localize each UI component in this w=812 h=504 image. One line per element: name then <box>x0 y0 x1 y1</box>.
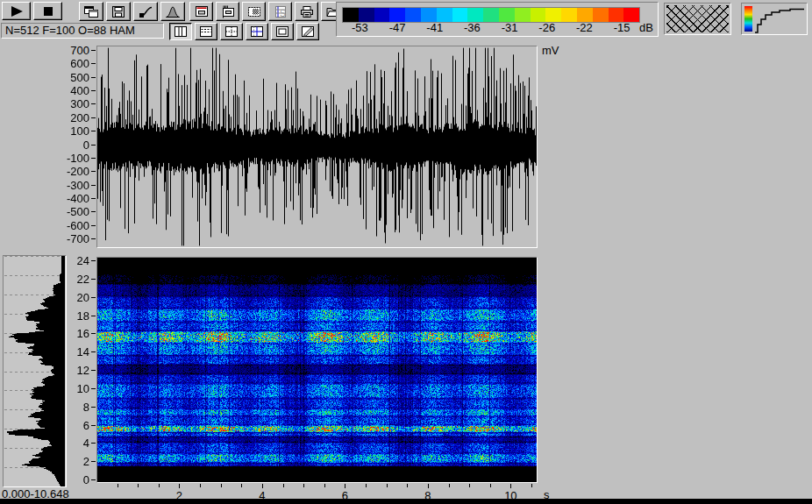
time-tick <box>303 484 304 487</box>
crosshatch-pattern-icon <box>666 5 729 32</box>
dither-region-button[interactable] <box>242 2 266 21</box>
waveform-ytick <box>91 145 96 146</box>
sync-grid-icon: S <box>273 5 288 18</box>
time-tick <box>510 484 511 488</box>
grid-quadrants-button[interactable] <box>220 23 243 40</box>
time-tick <box>531 484 532 487</box>
spectrogram-canvas[interactable] <box>97 258 537 482</box>
scale-marks-icon <box>220 5 236 18</box>
time-tick-label: 10 <box>504 489 516 502</box>
colorbar-tick-label: -41 <box>426 21 443 34</box>
waveform-ytick-label: 100 <box>51 125 89 137</box>
time-tick-label: 8 <box>424 489 431 502</box>
waveform-ytick-label: -600 <box>51 220 89 231</box>
waveform-ytick <box>91 211 96 212</box>
print-button[interactable] <box>295 2 318 21</box>
spectrogram-ytick <box>91 461 96 462</box>
time-tick-label: 6 <box>342 489 348 502</box>
cascade-windows-icon <box>83 5 99 18</box>
scale-marks-button[interactable] <box>216 2 239 21</box>
app-window: S < > N=512 F=100 O=88 HAM <box>0 0 812 504</box>
grid-quadrants-icon <box>224 25 239 38</box>
stop-button[interactable] <box>33 2 62 20</box>
db-colorbar-panel: -53-47-41-36-31-26-22-15 dB <box>336 2 659 37</box>
spectrogram-ytick-label: 10 <box>51 383 89 394</box>
split-top-dash-icon <box>198 25 214 38</box>
split-vertical-button[interactable] <box>169 23 192 40</box>
dither-region-icon <box>246 5 262 18</box>
inner-window-button[interactable] <box>271 23 294 40</box>
spectrogram-ytick <box>91 479 96 480</box>
waveform-canvas[interactable] <box>97 46 537 247</box>
spectrogram-ytick-label: 6 <box>51 420 89 431</box>
waveform-ytick-label: 700 <box>51 45 89 56</box>
inner-window-icon <box>274 25 290 38</box>
crosshair-grid-button[interactable] <box>246 23 268 40</box>
texture-indicator <box>664 3 731 35</box>
spectrogram-ytick-label: 22 <box>51 273 89 285</box>
waveform-ytick <box>91 131 96 131</box>
spectrogram-plot[interactable] <box>96 257 538 483</box>
transfer-curve-button[interactable] <box>133 2 158 21</box>
window-function-button[interactable] <box>160 2 185 21</box>
waveform-ytick <box>91 103 96 104</box>
time-tick <box>221 484 222 487</box>
split-top-dash-button[interactable] <box>195 23 217 40</box>
db-unit-label: dB <box>639 21 653 34</box>
spectrogram-ytick-label: 24 <box>51 255 89 266</box>
transfer-staircase-icon <box>753 5 806 33</box>
spectrogram-ytick-label: 16 <box>51 328 89 339</box>
waveform-ytick-label: 200 <box>51 112 89 124</box>
waveform-ytick <box>91 50 96 51</box>
spectrogram-ytick <box>91 279 96 280</box>
time-tick <box>241 484 242 487</box>
time-tick <box>387 484 388 487</box>
sync-grid-button[interactable]: S <box>268 2 292 21</box>
time-tick-label: 4 <box>259 489 265 502</box>
spectrogram-ytick-label: 0 <box>51 474 89 486</box>
time-tick <box>283 484 284 487</box>
waveform-ytick-label: 0 <box>51 139 89 151</box>
save-icon <box>110 5 126 18</box>
spectrogram-ytick <box>91 407 96 408</box>
waveform-ytick-label: 500 <box>51 72 89 83</box>
waveform-ytick <box>91 198 96 199</box>
colorbar-tick-label: -22 <box>576 21 593 34</box>
colorbar-tick-label: -36 <box>464 21 481 34</box>
edit-pencil-button[interactable] <box>296 23 319 40</box>
time-tick <box>179 484 180 488</box>
waveform-ytick-label: 400 <box>51 85 89 96</box>
waveform-ytick <box>91 158 96 159</box>
spectrogram-ytick-label: 2 <box>51 456 89 467</box>
waveform-plot[interactable] <box>96 46 538 248</box>
spectrogram-ytick <box>91 388 96 389</box>
crosshair-grid-icon <box>249 25 265 38</box>
play-button[interactable] <box>2 2 31 20</box>
waveform-ytick-label: -700 <box>51 233 89 245</box>
save-button[interactable] <box>106 2 131 21</box>
analysis-settings-status: N=512 F=100 O=88 HAM <box>1 23 164 39</box>
waveform-ytick <box>91 185 96 186</box>
waveform-unit-label: mV <box>542 44 559 57</box>
cascade-windows-button[interactable] <box>79 2 103 21</box>
waveform-ytick-label: -500 <box>51 206 89 217</box>
waveform-ytick-label: 600 <box>51 58 89 69</box>
colorbar-tick-label: -31 <box>502 21 518 34</box>
time-tick <box>366 484 367 487</box>
framed-display-icon <box>194 5 210 18</box>
spectrogram-ytick <box>91 260 96 261</box>
print-icon <box>299 5 315 18</box>
waveform-ytick <box>91 117 96 118</box>
edit-pencil-icon <box>300 25 316 38</box>
spectrogram-ytick <box>91 370 96 371</box>
spectrogram-ytick <box>91 351 96 352</box>
waveform-ytick <box>91 77 96 78</box>
framed-display-button[interactable] <box>189 2 213 21</box>
time-tick <box>200 484 201 487</box>
waveform-ytick-label: -100 <box>51 153 89 164</box>
spectrogram-ytick-label: 4 <box>51 437 89 449</box>
svg-text:S: S <box>280 8 286 18</box>
spectrogram-ytick-label: 14 <box>51 346 89 358</box>
colorbar-tick-label: -26 <box>538 21 555 34</box>
time-tick <box>428 484 429 488</box>
